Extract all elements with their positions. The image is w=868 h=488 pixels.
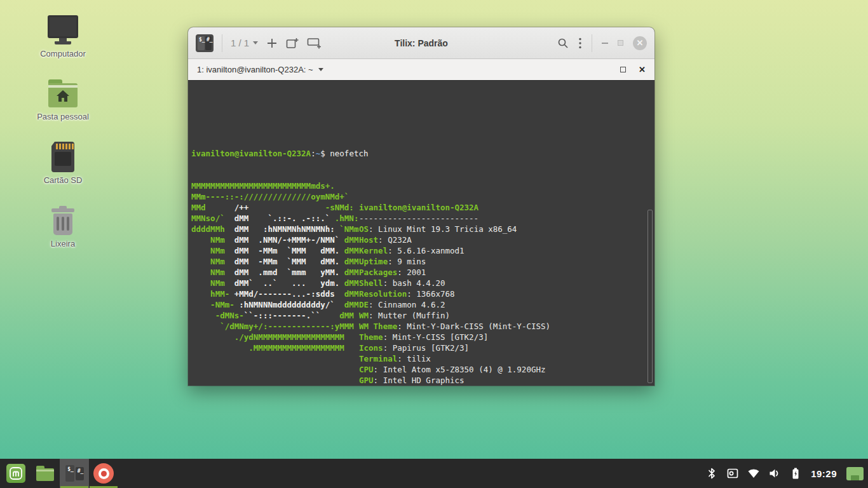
bluetooth-icon — [707, 468, 716, 479]
session-chooser[interactable]: 1 / 1 — [231, 37, 258, 48]
restore-icon — [618, 40, 623, 46]
terminal-scrollbar[interactable] — [648, 210, 653, 383]
monitor-tray-button[interactable] — [845, 459, 864, 488]
monitor-tray-icon — [846, 467, 864, 480]
maximize-icon — [620, 67, 626, 72]
desktop-icon-label: Cartão SD — [44, 175, 83, 185]
desktop-icon-lixeira[interactable]: Lixeira — [25, 204, 101, 249]
terminal-view[interactable]: ivanilton@ivanilton-Q232A:~$ neofetch MM… — [188, 81, 654, 385]
tilix-icon: $_#_ — [65, 464, 84, 483]
search-button[interactable] — [557, 37, 569, 49]
volume-icon — [769, 468, 780, 478]
desktop-icon-pasta-pessoal[interactable]: Pasta pessoal — [25, 77, 101, 122]
command-line: ivanilton@ivanilton-Q232A:~$ neofetch — [191, 148, 654, 159]
terminal-title-dropdown[interactable]: 1: ivanilton@ivanilton-Q232A: ~ — [197, 65, 323, 74]
close-icon: ✕ — [637, 39, 644, 47]
titlebar-separator — [592, 34, 592, 52]
desktop-icon-label: Computador — [40, 49, 86, 58]
session-indicator: 1 / 1 — [231, 37, 249, 48]
add-terminal-button[interactable] — [266, 37, 278, 49]
bluetooth-tray-button[interactable] — [705, 459, 719, 488]
desktop-icon-computador[interactable]: Computador — [25, 14, 101, 59]
mint-menu-button[interactable] — [1, 459, 31, 488]
terminal-title-bar[interactable]: 1: ivanilton@ivanilton-Q232A: ~ ✕ — [188, 59, 654, 81]
split-right-icon — [286, 37, 299, 49]
battery-charging-icon — [792, 468, 799, 479]
battery-tray-button[interactable] — [789, 459, 803, 488]
wifi-icon — [747, 468, 760, 478]
desktop: { "desktop": { "icons": [ { "name": "com… — [0, 0, 868, 488]
tilix-app-icon[interactable]: $_#_ — [196, 34, 214, 52]
chevron-down-icon — [318, 68, 323, 71]
folder-icon — [36, 466, 55, 481]
taskbar: $_#_ — [0, 459, 868, 488]
neofetch-output: MMMMMMMMMMMMMMMMMMMMMMMMMmds+.MMm----::-… — [191, 180, 654, 385]
desktop-icon-label: Pasta pessoal — [37, 112, 89, 121]
plus-icon — [266, 37, 278, 49]
terminal-close-button[interactable]: ✕ — [639, 65, 646, 74]
terminal-tab-title: 1: ivanilton@ivanilton-Q232A: ~ — [197, 65, 313, 74]
computer-icon — [25, 14, 101, 47]
neofetch-info: ivanilton@ivanilton-Q232A---------------… — [359, 180, 550, 385]
close-icon: ✕ — [639, 65, 646, 74]
tilix-window: $_#_ 1 / 1 Tili — [188, 27, 654, 386]
restore-button[interactable] — [618, 40, 623, 46]
system-report-icon — [727, 468, 738, 479]
system-tray: 19:29 — [705, 459, 864, 488]
network-tray-button[interactable] — [747, 459, 761, 488]
titlebar[interactable]: $_#_ 1 / 1 Tili — [188, 27, 654, 59]
home-folder-icon — [25, 77, 101, 110]
taskbar-item-chromium[interactable] — [89, 459, 118, 488]
system-report-tray-button[interactable] — [726, 459, 740, 488]
minimize-icon — [602, 43, 608, 44]
desktop-icon-cartao-sd[interactable]: Cartão SD — [25, 140, 101, 186]
split-down-icon — [307, 37, 321, 49]
minimize-button[interactable] — [602, 43, 608, 44]
chromium-icon — [93, 463, 114, 484]
split-right-button[interactable] — [286, 37, 299, 49]
files-launcher[interactable] — [31, 459, 60, 488]
neofetch-ascii-art: MMMMMMMMMMMMMMMMMMMMMMMMMmds+.MMm----::-… — [191, 180, 359, 385]
window-title: Tilix: Padrão — [395, 38, 448, 48]
taskbar-item-tilix[interactable]: $_#_ — [60, 459, 89, 488]
desktop-icon-label: Lixeira — [51, 239, 75, 248]
terminal-output: ivanilton@ivanilton-Q232A:~$ neofetch MM… — [191, 81, 654, 385]
trash-icon — [25, 204, 101, 237]
chevron-down-icon — [253, 41, 258, 44]
mint-logo-icon — [6, 464, 25, 483]
split-down-button[interactable] — [307, 37, 321, 49]
titlebar-separator — [222, 34, 222, 52]
kebab-menu-icon — [578, 37, 582, 49]
clock[interactable]: 19:29 — [810, 459, 838, 488]
volume-tray-button[interactable] — [768, 459, 782, 488]
close-button[interactable]: ✕ — [633, 36, 647, 50]
sd-card-icon — [25, 140, 101, 173]
menu-button[interactable] — [578, 37, 582, 49]
search-icon — [557, 37, 569, 49]
terminal-maximize-button[interactable] — [620, 67, 626, 72]
